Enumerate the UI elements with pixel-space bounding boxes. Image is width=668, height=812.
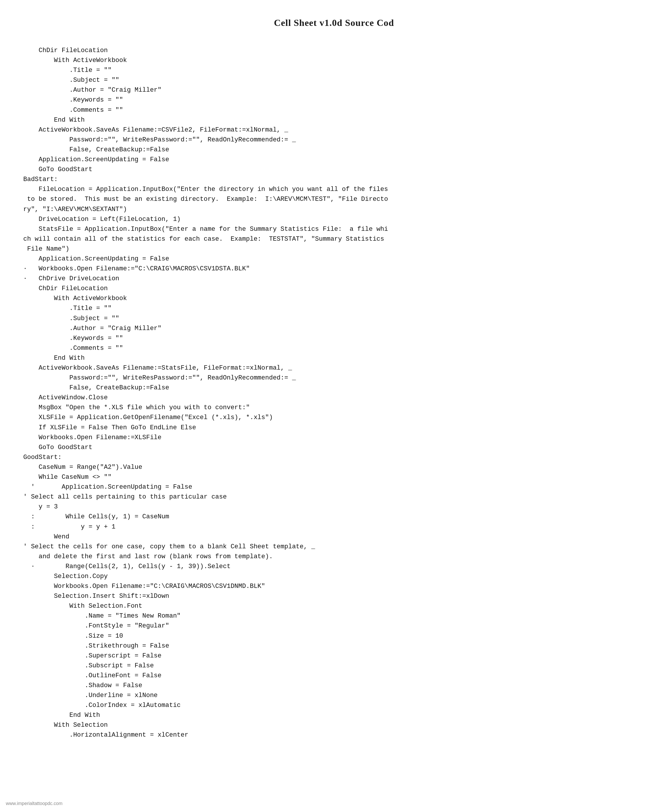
watermark: www.imperialtattoopdc.com	[6, 801, 62, 806]
source-code-block: ChDir FileLocation With ActiveWorkbook .…	[23, 46, 645, 740]
page-title: Cell Sheet v1.0d Source Cod	[23, 17, 645, 28]
